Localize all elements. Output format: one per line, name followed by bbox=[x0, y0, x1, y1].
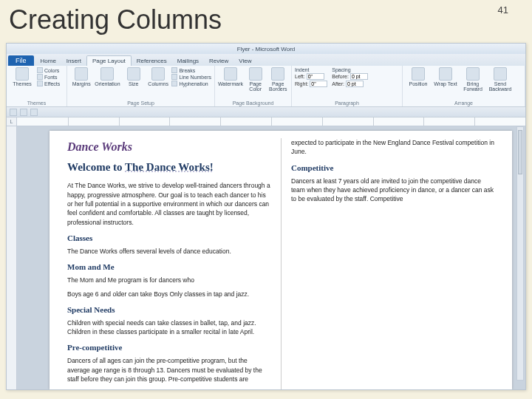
hyphen-icon bbox=[171, 81, 177, 86]
ribbon-tabstrip: File Home Insert Page Layout References … bbox=[7, 54, 525, 66]
doc-title: Dance Works bbox=[67, 138, 270, 155]
spacing-header: Spacing bbox=[332, 67, 368, 72]
indent-right-input[interactable] bbox=[310, 81, 327, 87]
theme-colors-label: Colors bbox=[44, 68, 59, 73]
doc-classes-paragraph: The Dance Works offers several levels of… bbox=[67, 247, 270, 256]
page-borders-label: Page Borders bbox=[267, 81, 288, 92]
hyphenation-button[interactable]: Hyphenation bbox=[171, 81, 211, 86]
pagecolor-icon bbox=[249, 67, 262, 81]
watermark-icon bbox=[224, 67, 237, 81]
doc-precomp-heading: Pre-competitive bbox=[67, 342, 270, 354]
doc-mom-heading: Mom and Me bbox=[67, 262, 270, 273]
document-area: Dance Works Welcome to The Dance Works! … bbox=[7, 126, 525, 389]
theme-fonts-button[interactable]: Fonts bbox=[37, 74, 60, 80]
orientation-button[interactable]: Orientation bbox=[95, 67, 120, 86]
doc-comp-paragraph: Dancers at least 7 years old are invited… bbox=[291, 177, 494, 204]
group-paragraph: Indent Left: Right: Spacing Before: Afte… bbox=[292, 66, 403, 106]
themes-label: Themes bbox=[13, 81, 31, 86]
wrap-label: Wrap Text bbox=[434, 81, 457, 86]
effects-icon bbox=[37, 81, 43, 86]
orientation-icon bbox=[100, 67, 114, 81]
doc-classes-heading: Classes bbox=[67, 233, 270, 245]
wrap-icon bbox=[439, 67, 452, 81]
page[interactable]: Dance Works Welcome to The Dance Works! … bbox=[50, 131, 512, 389]
doc-intro-paragraph: At The Dance Works, we strive to develop… bbox=[67, 181, 270, 227]
spacing-after-label: After: bbox=[332, 81, 344, 86]
size-button[interactable]: Size bbox=[122, 67, 144, 86]
spacing-before-label: Before: bbox=[332, 74, 349, 79]
tab-mailings[interactable]: Mailings bbox=[172, 56, 204, 66]
indent-left-label: Left: bbox=[295, 74, 305, 79]
margins-button[interactable]: Margins bbox=[70, 67, 92, 86]
theme-effects-label: Effects bbox=[44, 81, 60, 86]
watermark-label: Watermark bbox=[218, 81, 243, 86]
margins-label: Margins bbox=[72, 81, 91, 86]
bring-label: Bring Forward bbox=[460, 81, 485, 92]
vertical-scrollbar[interactable] bbox=[516, 126, 524, 381]
wrap-text-button[interactable]: Wrap Text bbox=[433, 67, 458, 86]
tab-view[interactable]: View bbox=[233, 56, 256, 66]
document-columns: Dance Works Welcome to The Dance Works! … bbox=[67, 138, 494, 389]
send-label: Send Backward bbox=[488, 81, 513, 92]
doc-mom-paragraph: The Mom and Me program is for dancers wh… bbox=[67, 276, 270, 284]
spacing-after-input[interactable] bbox=[346, 81, 364, 87]
spacing-before-input[interactable] bbox=[350, 73, 368, 80]
theme-effects-button[interactable]: Effects bbox=[37, 81, 60, 86]
page-color-button[interactable]: Page Color bbox=[245, 67, 266, 92]
watermark-button[interactable]: Watermark bbox=[218, 67, 243, 86]
linenum-icon bbox=[171, 74, 177, 80]
ruler-corner: L bbox=[7, 117, 17, 126]
doc-special-heading: Special Needs bbox=[67, 304, 270, 316]
hyphenation-label: Hyphenation bbox=[179, 81, 208, 86]
qat-undo-icon[interactable] bbox=[20, 109, 27, 116]
tab-page-layout[interactable]: Page Layout bbox=[86, 55, 132, 66]
doc-boys-paragraph: Boys age 6 and older can take Boys Only … bbox=[67, 290, 270, 299]
slide-number: 41 bbox=[498, 4, 508, 16]
pageborders-icon bbox=[271, 67, 284, 81]
horizontal-ruler[interactable]: L bbox=[7, 117, 525, 126]
line-numbers-button[interactable]: Line Numbers bbox=[171, 74, 211, 80]
tab-review[interactable]: Review bbox=[204, 56, 233, 66]
window-titlebar: Flyer - Microsoft Word bbox=[7, 44, 525, 54]
group-page-background-label: Page Background bbox=[218, 100, 288, 106]
document-scroll[interactable]: Dance Works Welcome to The Dance Works! … bbox=[17, 126, 525, 389]
send-backward-button[interactable]: Send Backward bbox=[488, 67, 513, 92]
doc-welcome-heading: Welcome to The Dance Works! bbox=[67, 161, 270, 174]
size-icon bbox=[127, 67, 140, 81]
page-borders-button[interactable]: Page Borders bbox=[267, 67, 288, 92]
indent-left-input[interactable] bbox=[307, 73, 324, 80]
qat-redo-icon[interactable] bbox=[30, 109, 38, 116]
orientation-label: Orientation bbox=[95, 81, 120, 86]
group-paragraph-label: Paragraph bbox=[295, 100, 399, 106]
breaks-button[interactable]: Breaks bbox=[171, 67, 211, 73]
tab-home[interactable]: Home bbox=[35, 56, 61, 66]
bring-icon bbox=[466, 67, 480, 81]
send-icon bbox=[494, 67, 507, 81]
columns-icon bbox=[151, 67, 165, 81]
scrollbar-thumb[interactable] bbox=[518, 130, 522, 174]
margins-icon bbox=[75, 67, 88, 81]
window-title: Flyer - Microsoft Word bbox=[237, 46, 296, 52]
vertical-ruler[interactable] bbox=[7, 126, 17, 389]
line-numbers-label: Line Numbers bbox=[179, 75, 211, 80]
bring-forward-button[interactable]: Bring Forward bbox=[460, 67, 485, 92]
themes-button[interactable]: Themes bbox=[10, 67, 35, 86]
size-label: Size bbox=[129, 81, 139, 86]
doc-h1-part1: Welcome to bbox=[67, 161, 125, 173]
indent-header: Indent bbox=[295, 67, 327, 72]
file-tab[interactable]: File bbox=[8, 55, 34, 66]
qat-save-icon[interactable] bbox=[10, 109, 17, 116]
position-button[interactable]: Position bbox=[406, 67, 431, 86]
ribbon: Themes Colors Fonts Effects Themes Margi… bbox=[7, 66, 525, 107]
slide-title: Creating Columns bbox=[0, 0, 532, 38]
font-icon bbox=[37, 74, 43, 80]
tab-insert[interactable]: Insert bbox=[61, 56, 86, 66]
group-themes-label: Themes bbox=[10, 100, 64, 106]
group-page-background: Watermark Page Color Page Borders Page B… bbox=[215, 66, 292, 106]
tab-references[interactable]: References bbox=[132, 56, 172, 66]
columns-label: Columns bbox=[148, 81, 168, 86]
theme-fonts-label: Fonts bbox=[44, 75, 58, 80]
theme-colors-button[interactable]: Colors bbox=[37, 67, 60, 73]
columns-button[interactable]: Columns bbox=[147, 67, 169, 86]
group-page-setup: Margins Orientation Size Columns Breaks … bbox=[67, 66, 215, 106]
